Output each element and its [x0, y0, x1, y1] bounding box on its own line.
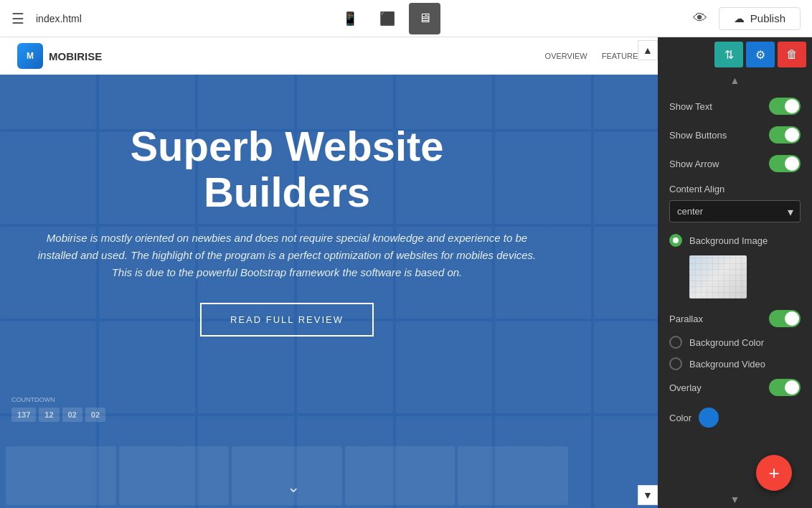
publish-label: Publish: [750, 12, 785, 24]
device-mobile-btn[interactable]: 📱: [334, 3, 366, 34]
panel-settings-btn[interactable]: ⚙: [746, 42, 775, 67]
countdown-seconds: 02: [85, 408, 105, 422]
bg-image-radio[interactable]: [669, 234, 682, 247]
show-buttons-row: Show Buttons: [669, 126, 801, 144]
parallax-toggle[interactable]: [769, 310, 801, 327]
hamburger-icon[interactable]: ☰: [11, 10, 24, 27]
fake-nav-logo: M MOBIRISE: [17, 43, 102, 69]
publish-cloud-icon: ☁: [734, 12, 745, 25]
content-align-select[interactable]: center left right: [669, 200, 801, 222]
bottom-thumb: [345, 446, 455, 505]
bottom-strip: [0, 443, 574, 508]
settings-panel: ⇅ ⚙ 🗑 ▲ Show Text Show Buttons Show Arro…: [658, 37, 812, 508]
content-align-dropdown-wrap: center left right: [669, 200, 801, 222]
panel-delete-btn[interactable]: 🗑: [778, 42, 806, 67]
panel-scroll-up-arrow[interactable]: ▲: [730, 75, 740, 86]
parallax-label: Parallax: [669, 314, 703, 324]
bg-image-label: Background Image: [689, 235, 768, 246]
panel-move-btn[interactable]: ⇅: [714, 42, 743, 67]
fake-nav-link-overview: OVERVIEW: [545, 52, 587, 60]
topbar-left: ☰ index.html: [11, 10, 82, 27]
hero-content: Superb WebsiteBuilders Mobirise is mostl…: [0, 123, 574, 337]
panel-content: Show Text Show Buttons Show Arrow Conten…: [658, 89, 812, 491]
device-tablet-btn[interactable]: ⬛: [372, 3, 403, 34]
panel-scroll-down-arrow[interactable]: ▼: [730, 494, 740, 505]
overlay-toggle[interactable]: [769, 379, 801, 396]
bg-image-thumbnail-wrap[interactable]: [689, 255, 801, 298]
content-align-label: Content Align: [669, 184, 801, 194]
show-arrow-toggle[interactable]: [769, 155, 801, 172]
scroll-arrow[interactable]: ⌄: [287, 478, 300, 497]
countdown-label: COUNTDOWN: [11, 396, 105, 403]
fake-logo-text: MOBIRISE: [49, 50, 102, 62]
publish-btn[interactable]: ☁ Publish: [719, 7, 801, 30]
bottom-thumb: [458, 446, 568, 505]
show-buttons-toggle[interactable]: [769, 126, 801, 144]
fake-logo-icon: M: [17, 43, 43, 69]
device-switcher: 📱 ⬛ 🖥: [82, 3, 693, 34]
countdown-days: 137: [11, 408, 36, 422]
side-scroll-down[interactable]: ▼: [638, 485, 658, 505]
preview-btn[interactable]: 👁: [693, 10, 707, 27]
countdown-minutes: 02: [62, 408, 82, 422]
bg-thumb-inner: [689, 255, 747, 298]
countdown-section: COUNTDOWN 137 12 02 02: [11, 396, 105, 422]
show-text-toggle[interactable]: [769, 98, 801, 115]
bg-video-row: Background Video: [669, 357, 801, 370]
show-arrow-row: Show Arrow: [669, 155, 801, 172]
bottom-thumb: [6, 446, 116, 505]
bg-color-row: Background Color: [669, 336, 801, 349]
bg-color-label: Background Color: [689, 337, 764, 348]
topbar-right: 👁 ☁ Publish: [693, 7, 801, 30]
panel-toolbar: ⇅ ⚙ 🗑: [658, 37, 812, 72]
content-align-section: Content Align center left right: [669, 184, 801, 222]
main-area: M MOBIRISE OVERVIEW FEATURES ▾ HELP ▾ DO…: [0, 37, 812, 508]
show-text-row: Show Text: [669, 98, 801, 115]
overlay-row: Overlay: [669, 379, 801, 396]
color-row: Color: [669, 408, 801, 428]
bg-image-thumbnail[interactable]: [689, 255, 747, 298]
side-scroll-up[interactable]: ▲: [638, 40, 658, 60]
filename: index.html: [36, 13, 82, 24]
color-label: Color: [669, 413, 691, 423]
parallax-row: Parallax: [669, 310, 801, 327]
bg-color-radio[interactable]: [669, 336, 682, 349]
show-text-label: Show Text: [669, 101, 712, 112]
hero-cta-button[interactable]: READ FULL REVIEW: [200, 303, 374, 337]
fab-button[interactable]: +: [756, 455, 792, 491]
bg-image-row: Background Image: [669, 234, 801, 247]
show-arrow-label: Show Arrow: [669, 159, 719, 169]
device-desktop-btn[interactable]: 🖥: [409, 3, 440, 34]
bg-video-label: Background Video: [689, 359, 765, 370]
show-buttons-label: Show Buttons: [669, 130, 727, 141]
bg-video-radio[interactable]: [669, 357, 682, 370]
countdown-hours: 12: [39, 408, 59, 422]
bottom-thumb: [119, 446, 230, 505]
overlay-label: Overlay: [669, 382, 702, 393]
hero-subtitle: Mobirise is mostly oriented on newbies a…: [29, 230, 545, 281]
hero-title: Superb WebsiteBuilders: [29, 123, 545, 215]
countdown-boxes: 137 12 02 02: [11, 408, 105, 422]
topbar: ☰ index.html 📱 ⬛ 🖥 👁 ☁ Publish: [0, 0, 812, 37]
color-swatch[interactable]: [699, 408, 719, 428]
